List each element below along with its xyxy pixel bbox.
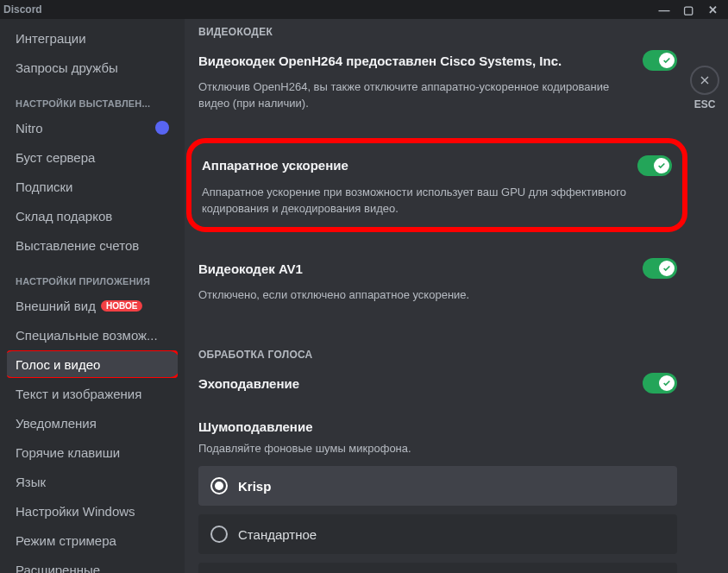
- sidebar-item[interactable]: Выставление счетов: [7, 231, 178, 259]
- sidebar-item-label: Подписки: [16, 179, 73, 194]
- hwaccel-toggle[interactable]: [637, 155, 672, 176]
- noise-radio-group: KrispСтандартноеПусто: [198, 466, 677, 573]
- noise-option[interactable]: Пусто: [198, 563, 677, 573]
- sidebar-item-label: Расширенные: [16, 563, 100, 574]
- sidebar-item[interactable]: Интеграции: [7, 24, 178, 52]
- openh264-desc: Отключив OpenH264, вы также отключите ап…: [198, 79, 638, 112]
- av1-label: Видеокодек AV1: [198, 261, 303, 276]
- echo-label: Эхоподавление: [198, 376, 299, 391]
- sidebar-item-label: Уведомления: [16, 416, 97, 431]
- sidebar-item[interactable]: Настройки Windows: [7, 497, 178, 525]
- section-videocodec: ВИДЕОКОДЕК: [198, 19, 677, 50]
- window-maximize-button[interactable]: ▢: [676, 3, 700, 16]
- sidebar-item[interactable]: Nitro: [7, 114, 178, 142]
- sidebar-item[interactable]: Горячие клавиши: [7, 438, 178, 466]
- sidebar-item[interactable]: Склад подарков: [7, 202, 178, 230]
- section-voice: ОБРАБОТКА ГОЛОСА: [198, 342, 677, 373]
- radio-label: Стандартное: [238, 527, 317, 542]
- noise-option[interactable]: Стандартное: [198, 514, 677, 554]
- sidebar-item-label: Горячие клавиши: [16, 445, 120, 460]
- openh264-toggle[interactable]: [643, 50, 677, 71]
- setting-av1: Видеокодек AV1 Отключено, если отключено…: [198, 258, 677, 304]
- setting-noise: Шумоподавление Подавляйте фоновые шумы м…: [198, 419, 677, 573]
- sidebar-item-label: Специальные возмож...: [16, 328, 158, 343]
- setting-openh264: Видеокодек OpenH264 предоставлен Cisco S…: [198, 50, 677, 112]
- sidebar-item[interactable]: Текст и изображения: [7, 380, 178, 407]
- sidebar-item-label: Голос и видео: [16, 357, 100, 372]
- hwaccel-label: Аппаратное ускорение: [202, 158, 348, 173]
- av1-desc: Отключено, если отключено аппаратное уск…: [198, 287, 638, 304]
- sidebar-item-label: Язык: [16, 475, 46, 489]
- sidebar-item[interactable]: Расширенные: [7, 556, 178, 573]
- radio-icon: [210, 526, 228, 543]
- sidebar-item[interactable]: Голос и видео: [7, 350, 178, 378]
- settings-sidebar: ИнтеграцииЗапросы дружбыНАСТРОЙКИ ВЫСТАВ…: [0, 19, 185, 573]
- sidebar-item-label: Выставление счетов: [16, 238, 139, 253]
- noise-desc: Подавляйте фоновые шумы микрофона.: [198, 441, 638, 457]
- sidebar-item[interactable]: Запросы дружбы: [7, 54, 178, 81]
- noise-option[interactable]: Krisp: [198, 466, 677, 506]
- sidebar-item-label: Внешний вид: [16, 299, 96, 313]
- sidebar-item[interactable]: Режим стримера: [7, 526, 178, 554]
- window-minimize-button[interactable]: —: [652, 3, 676, 16]
- esc-button[interactable]: ESC: [690, 66, 719, 110]
- sidebar-item-label: Nitro: [16, 121, 43, 135]
- titlebar: Discord — ▢ ✕: [0, 0, 728, 19]
- openh264-label: Видеокодек OpenH264 предоставлен Cisco S…: [198, 54, 562, 68]
- hwaccel-desc: Аппаратное ускорение при возможности исп…: [202, 185, 650, 217]
- new-badge: НОВОЕ: [101, 300, 142, 312]
- app-title: Discord: [3, 3, 42, 16]
- highlighted-hwaccel-panel: Аппаратное ускорение Аппаратное ускорени…: [186, 138, 687, 233]
- nitro-badge-icon: [155, 121, 169, 135]
- close-icon[interactable]: [690, 66, 719, 95]
- sidebar-item-label: Буст сервера: [16, 150, 95, 165]
- sidebar-item[interactable]: Подписки: [7, 173, 178, 200]
- sidebar-section-header: НАСТРОЙКИ ПРИЛОЖЕНИЯ: [7, 261, 178, 292]
- sidebar-item-label: Текст и изображения: [16, 387, 141, 401]
- esc-label: ESC: [690, 98, 719, 110]
- sidebar-item[interactable]: Уведомления: [7, 409, 178, 437]
- echo-toggle[interactable]: [643, 373, 677, 394]
- sidebar-item-label: Настройки Windows: [16, 504, 135, 519]
- sidebar-item[interactable]: Специальные возмож...: [7, 321, 178, 349]
- sidebar-item-label: Режим стримера: [16, 533, 116, 548]
- sidebar-section-header: НАСТРОЙКИ ВЫСТАВЛЕН...: [7, 83, 178, 114]
- av1-toggle[interactable]: [643, 258, 677, 279]
- setting-hwaccel: Аппаратное ускорение Аппаратное ускорени…: [202, 155, 672, 217]
- sidebar-item[interactable]: Внешний видНОВОЕ: [7, 292, 178, 319]
- window-close-button[interactable]: ✕: [700, 3, 725, 16]
- sidebar-item-label: Склад подарков: [16, 209, 112, 224]
- sidebar-item[interactable]: Язык: [7, 468, 178, 495]
- sidebar-item[interactable]: Буст сервера: [7, 143, 178, 171]
- settings-main: ESC ВИДЕОКОДЕК Видеокодек OpenH264 предо…: [185, 19, 728, 573]
- radio-icon: [210, 477, 228, 494]
- noise-label: Шумоподавление: [198, 419, 677, 434]
- radio-label: Krisp: [238, 479, 271, 494]
- setting-echo: Эхоподавление: [198, 373, 677, 394]
